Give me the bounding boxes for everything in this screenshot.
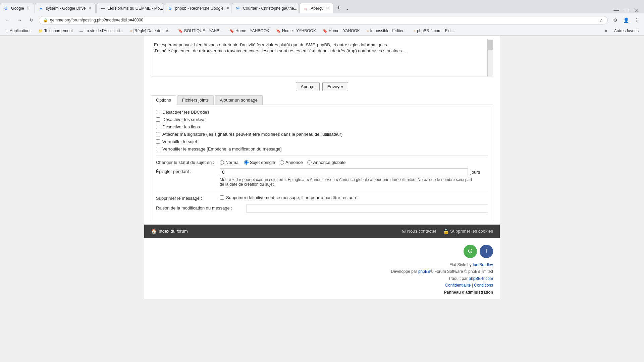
extensions-button[interactable]: ⚙ xyxy=(610,15,620,25)
conditions-link[interactable]: Conditions xyxy=(474,283,493,288)
tab-courrier[interactable]: ✉ Courrier - Christophe gauthe... ✕ xyxy=(232,3,299,13)
bookmark-regle-label: [Règle] Date de cré... xyxy=(133,28,171,33)
radio-normal[interactable] xyxy=(220,160,224,165)
message-textarea-wrapper xyxy=(151,39,493,76)
bookmark-home3-label: Home - YAHOOK xyxy=(329,28,360,33)
tab-apercu[interactable]: ○ Aperçu ✕ xyxy=(300,3,333,13)
confidentialite-link[interactable]: Confidentialité xyxy=(445,283,471,288)
footer-home-link[interactable]: 🏠 Index du forum xyxy=(151,229,188,234)
close-button[interactable]: ✕ xyxy=(632,7,641,13)
bookmark-autres-favoris[interactable]: Autres favoris xyxy=(611,28,641,34)
phpbb-fr-link[interactable]: phpBB-fr.com xyxy=(469,276,493,281)
apercu-button[interactable]: Aperçu xyxy=(296,82,320,91)
checkbox-signature-label: Attacher ma signature (les signatures pe… xyxy=(162,132,342,137)
subject-status-label: Changer le statut du sujet en : xyxy=(156,160,216,165)
bookmark-phpbbfr[interactable]: ○ phpBB-fr.com - Ext... xyxy=(411,28,457,34)
new-tab-button[interactable]: + xyxy=(334,3,343,13)
raison-input[interactable] xyxy=(247,204,488,213)
tab-gemme[interactable]: — Les Forums du GEMME - Mo... ✕ xyxy=(96,3,163,13)
checkbox-verrouiller-sujet[interactable] xyxy=(156,139,160,144)
checkbox-signature-row[interactable]: Attacher ma signature (les signatures pe… xyxy=(156,132,488,137)
checkbox-verrouiller-message-row[interactable]: Verrouiller le message [Empêche la modif… xyxy=(156,146,488,152)
page-content: Aperçu Envoyer Options Fichiers joints A… xyxy=(144,36,500,299)
social-gemme-icon: G xyxy=(468,248,473,255)
checkbox-bbcodes-row[interactable]: Désactiver les BBCodes xyxy=(156,110,488,115)
footer-contact-link[interactable]: ✉ Nous contacter xyxy=(402,229,436,234)
tab-google[interactable]: G Google ✕ xyxy=(0,3,34,13)
radio-annonce-globale[interactable] xyxy=(307,160,312,165)
forward-button[interactable]: → xyxy=(15,15,24,25)
ian-bradley-link[interactable]: Ian Bradley xyxy=(473,262,493,267)
flat-style-line: Flat Style by Ian Bradley xyxy=(151,261,493,268)
tab-drive[interactable]: ▲ system - Google Drive ✕ xyxy=(35,3,96,13)
social-gemme-button[interactable]: G xyxy=(464,245,477,258)
tab-options[interactable]: Options xyxy=(151,95,176,105)
tab-phpbb-close[interactable]: ✕ xyxy=(226,6,229,10)
browser-chrome: G Google ✕ ▲ system - Google Drive ✕ — L… xyxy=(0,0,644,36)
checkbox-verrouiller-sujet-row[interactable]: Verrouiller le sujet xyxy=(156,139,488,144)
epingler-input[interactable] xyxy=(220,168,468,176)
bookmark-phpbbfr-icon: ○ xyxy=(414,29,416,33)
radio-epingle-label: Sujet épinglé xyxy=(250,160,275,165)
bookmark-home2[interactable]: 🔖 Home - YAHBOOK xyxy=(273,28,319,34)
tab-apercu-label: Aperçu xyxy=(311,6,323,11)
bookmark-boutique[interactable]: 🔖 BOUTIQUE - YAHB... xyxy=(175,28,225,34)
separator xyxy=(156,156,488,156)
bookmark-regle[interactable]: ○ [Règle] Date de cré... xyxy=(127,28,174,34)
checkbox-smileys[interactable] xyxy=(156,117,160,122)
buttons-row: Aperçu Envoyer xyxy=(144,78,500,95)
envoyer-button[interactable]: Envoyer xyxy=(322,82,348,91)
epingler-suffix: jours xyxy=(471,170,480,175)
more-button[interactable]: ⋮ xyxy=(632,15,641,25)
reload-button[interactable]: ↻ xyxy=(27,15,36,25)
supprimer-checkbox-row[interactable]: Supprimer définitivement ce message, il … xyxy=(220,195,358,200)
bookmark-home1[interactable]: 🔖 Home - YAHBOOK xyxy=(227,28,272,34)
radio-normal-item[interactable]: Normal xyxy=(220,160,239,165)
bookmark-apps-label: Applications xyxy=(10,28,32,33)
panneau-link[interactable]: Panneau d'administration xyxy=(444,290,493,295)
radio-annonce[interactable] xyxy=(280,160,284,165)
bookmark-home3[interactable]: 🔖 Home - YAHOOK xyxy=(320,28,363,34)
checkbox-verrouiller-message[interactable] xyxy=(156,147,160,151)
bookmark-apps[interactable]: ⊞ Applications xyxy=(3,28,34,34)
footer-cookies-link[interactable]: 🔒 Supprimer les cookies xyxy=(443,229,493,234)
supprimer-checkbox-label: Supprimer définitivement ce message, il … xyxy=(226,195,358,200)
radio-annonce-item[interactable]: Annonce xyxy=(280,160,303,165)
bookmark-vie[interactable]: — La vie de l'Associati... xyxy=(77,28,126,34)
textarea-scrollbar[interactable] xyxy=(487,39,493,76)
legal-line: Confidentialité | Conditions xyxy=(151,282,493,289)
supprimer-checkbox[interactable] xyxy=(220,195,224,200)
tab-drive-close[interactable]: ✕ xyxy=(88,6,91,10)
bookmarks-more-button[interactable]: » xyxy=(602,28,610,34)
bookmark-star-icon[interactable]: ☆ xyxy=(599,18,603,23)
tab-phpbb[interactable]: G phpbb - Recherche Google ✕ xyxy=(164,3,231,13)
tab-overflow-button[interactable]: ⌄ xyxy=(343,3,352,13)
checkbox-smileys-row[interactable]: Désactiver les smileys xyxy=(156,117,488,122)
back-button[interactable]: ← xyxy=(3,15,12,25)
tab-apercu-close[interactable]: ✕ xyxy=(326,6,329,10)
radio-epingle[interactable] xyxy=(244,160,249,165)
address-bar[interactable]: 🔒 gemme.org/forum/posting.php?mode=edit&… xyxy=(39,16,608,24)
tab-apercu-icon: ○ xyxy=(304,6,309,11)
checkbox-liens[interactable] xyxy=(156,125,160,129)
maximize-button[interactable]: □ xyxy=(622,7,631,13)
bookmark-boutique-icon: 🔖 xyxy=(178,29,183,33)
minimize-button[interactable]: — xyxy=(611,7,622,13)
radio-epingle-item[interactable]: Sujet épinglé xyxy=(244,160,275,165)
tab-google-close[interactable]: ✕ xyxy=(27,6,30,10)
profile-button[interactable]: 👤 xyxy=(621,15,631,25)
phpbb-link[interactable]: phpBB xyxy=(418,269,430,274)
message-textarea[interactable] xyxy=(151,39,493,75)
bookmark-telechargement[interactable]: 📁 Telechargement xyxy=(36,28,75,34)
checkbox-bbcodes[interactable] xyxy=(156,110,160,114)
checkbox-signature[interactable] xyxy=(156,132,160,136)
tab-phpbb-label: phpbb - Recherche Google xyxy=(175,6,223,11)
tab-ajouter-sondage[interactable]: Ajouter un sondage xyxy=(215,95,263,105)
tab-fichiers-joints[interactable]: Fichiers joints xyxy=(177,95,214,105)
bookmark-impossible[interactable]: ○ Impossible d'éditer... xyxy=(364,28,410,34)
bookmark-folder-icon: 📁 xyxy=(38,29,43,33)
toolbar-actions: ⚙ 👤 ⋮ xyxy=(610,15,641,25)
checkbox-liens-row[interactable]: Désactiver les liens xyxy=(156,124,488,129)
social-facebook-button[interactable]: f xyxy=(480,245,493,258)
radio-annonce-globale-item[interactable]: Annonce globale xyxy=(307,160,345,165)
